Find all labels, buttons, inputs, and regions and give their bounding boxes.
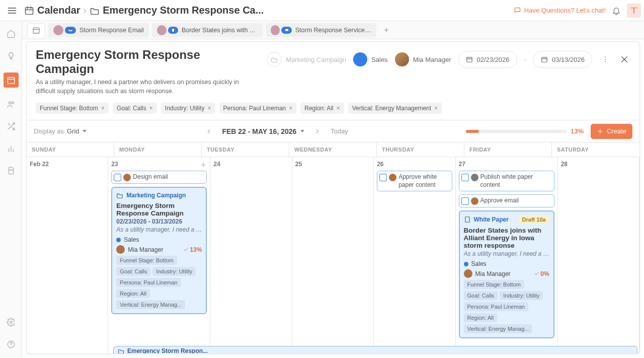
page-title: Emergency Storm Response Campaign: [36, 48, 255, 76]
date-from[interactable]: 02/23/2026: [458, 51, 517, 68]
date-number: 24: [213, 161, 220, 168]
svg-rect-7: [8, 78, 15, 84]
page-description: As a utility manager, I need a partner w…: [36, 78, 255, 96]
team-icon[interactable]: [6, 99, 17, 110]
task-card[interactable]: Design email: [111, 171, 207, 184]
tab-label: Storm Response Email: [79, 27, 144, 34]
calendar-cell[interactable]: 26 Approve white paper content: [374, 157, 455, 353]
remove-filter[interactable]: ×: [337, 105, 340, 112]
day-header: SATURDAY: [552, 142, 639, 157]
avatar: [123, 174, 131, 181]
calendar-cell[interactable]: 23 + Design email Marketing Campaign Eme…: [108, 157, 210, 353]
remove-filter[interactable]: ×: [434, 105, 438, 112]
add-tab-button[interactable]: +: [379, 23, 393, 37]
team-chip[interactable]: Sales: [353, 52, 388, 66]
tag: Persona: Paul Lineman: [116, 278, 181, 287]
settings-icon[interactable]: [6, 317, 17, 328]
analytics-icon[interactable]: [6, 143, 17, 154]
avatar: [395, 52, 409, 66]
date-to[interactable]: 03/13/2026: [533, 51, 592, 68]
workspace-tab[interactable]: Border States joins with Alli...: [152, 23, 263, 37]
day-header: TUESDAY: [202, 142, 289, 157]
date-number: 25: [295, 161, 302, 168]
calendar-cell[interactable]: 25: [292, 157, 374, 353]
avatar: [471, 174, 478, 181]
task-title: Publish white paper content: [480, 173, 551, 189]
calendar-cell[interactable]: 27 Publish white paper content Approve e…: [456, 157, 558, 353]
campaign-span-bar[interactable]: Emergency Storm Respon...: [113, 346, 637, 353]
filter-tag[interactable]: Persona: Paul Lineman×: [219, 103, 297, 114]
next-range[interactable]: [312, 126, 323, 136]
team-name: Sales: [371, 56, 388, 63]
ideas-icon[interactable]: [6, 50, 17, 61]
task-card[interactable]: Publish white paper content: [459, 171, 554, 191]
card-type-link[interactable]: White PaperDraft 10a: [464, 216, 549, 224]
add-task-button[interactable]: +: [201, 160, 206, 171]
task-card[interactable]: Approve email: [459, 194, 554, 207]
folder-chip[interactable]: Marketing Campaign: [267, 52, 346, 67]
date-number: 28: [561, 161, 568, 168]
help-icon[interactable]: [6, 339, 17, 350]
campaign-card[interactable]: Marketing Campaign Emergency Storm Respo…: [111, 187, 207, 314]
date-number: 26: [377, 161, 383, 168]
task-checkbox[interactable]: [461, 197, 469, 205]
folder-name: Marketing Campaign: [286, 56, 346, 63]
menu-toggle[interactable]: [5, 4, 19, 18]
assets-icon[interactable]: [6, 165, 17, 176]
card-tags: Funnel Stage: Bottom Goal: Calls Industr…: [116, 256, 202, 309]
calendar-cell[interactable]: Feb 22: [27, 157, 108, 353]
breadcrumb-root[interactable]: Calendar: [37, 5, 80, 16]
home-icon[interactable]: [6, 28, 17, 39]
calendar-nav-icon[interactable]: [4, 73, 19, 88]
whitepaper-card[interactable]: White PaperDraft 10a Border States joins…: [459, 210, 554, 338]
today-button[interactable]: Today: [331, 127, 348, 135]
notifications-icon[interactable]: [612, 6, 621, 15]
shuffle-icon[interactable]: [6, 121, 17, 132]
create-button[interactable]: Create: [591, 124, 632, 139]
filter-tag[interactable]: Vertical: Energy Management×: [348, 103, 442, 114]
docs-button[interactable]: [627, 4, 641, 18]
svg-rect-23: [542, 57, 547, 62]
web-icon: [281, 27, 291, 34]
remove-filter[interactable]: ×: [207, 105, 211, 112]
workspace-tab[interactable]: Storm Response Service W...: [266, 23, 376, 37]
filter-tag[interactable]: Funnel Stage: Bottom×: [36, 103, 109, 114]
card-type-link[interactable]: Marketing Campaign: [116, 192, 202, 199]
calendar-grid: SUNDAY MONDAY TUESDAY WEDNESDAY THURSDAY…: [27, 142, 639, 353]
filter-tag[interactable]: Region: All×: [300, 103, 344, 114]
task-checkbox[interactable]: [379, 174, 387, 181]
task-card[interactable]: Approve white paper content: [377, 171, 452, 191]
remove-filter[interactable]: ×: [101, 105, 105, 112]
date-range-picker[interactable]: FEB 22 - MAY 16, 2026: [222, 127, 304, 135]
breadcrumb-current[interactable]: Emergency Storm Response Ca...: [103, 5, 264, 16]
prev-range[interactable]: [204, 126, 214, 136]
avatar: [271, 25, 280, 35]
filter-tag[interactable]: Goal: Calls×: [113, 103, 157, 114]
close-button[interactable]: [618, 53, 630, 65]
help-chat-link[interactable]: Have Questions? Let's chat!: [514, 7, 606, 14]
owner-chip[interactable]: Mia Manager: [395, 52, 451, 66]
calendar-cell[interactable]: 24: [210, 157, 292, 353]
calendar-week: Feb 22 23 + Design email Marketing Campa…: [27, 157, 639, 353]
display-as-select[interactable]: Grid: [67, 127, 87, 135]
breadcrumb-sep: ›: [84, 5, 87, 16]
card-title: Emergency Storm Response Campaign: [116, 202, 202, 217]
task-checkbox[interactable]: [114, 174, 121, 181]
calendar-cell[interactable]: 28: [558, 157, 639, 353]
task-checkbox[interactable]: [461, 174, 469, 181]
calendar-tab-icon[interactable]: [27, 23, 45, 37]
filter-tag[interactable]: Industry: Utility×: [161, 103, 215, 114]
workspace-tabs: Storm Response Email Border States joins…: [22, 21, 644, 39]
svg-point-9: [9, 102, 11, 104]
date-from-value: 02/23/2026: [477, 56, 510, 63]
workspace-tab[interactable]: Storm Response Email: [48, 23, 149, 37]
avatar: [464, 269, 472, 278]
avatar: [53, 25, 63, 35]
svg-rect-17: [33, 28, 39, 33]
more-menu[interactable]: [599, 53, 611, 65]
remove-filter[interactable]: ×: [149, 105, 153, 112]
remove-filter[interactable]: ×: [289, 105, 292, 112]
team-dot: [353, 52, 367, 66]
date-number: 27: [459, 161, 465, 168]
folder-icon: [90, 6, 100, 16]
